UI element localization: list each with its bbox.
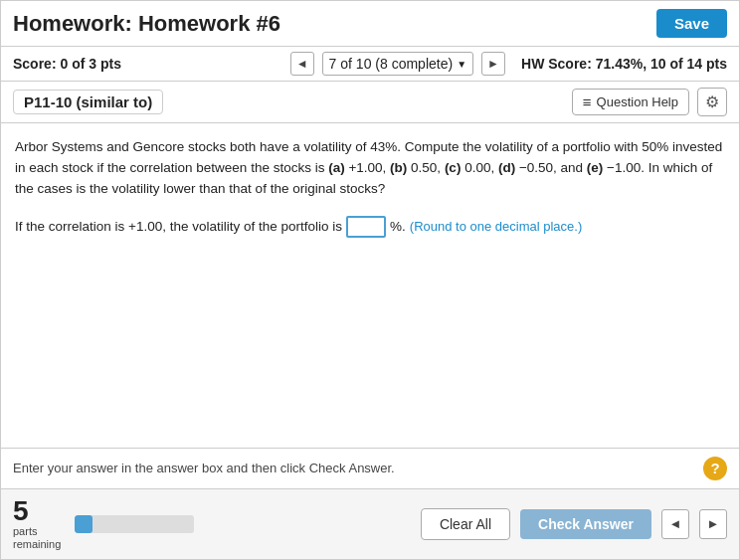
footer-actions: 5 partsremaining Clear All Check Answer … [1, 488, 739, 559]
score-bar: Score: 0 of 3 pts ◄ 7 of 10 (8 complete)… [1, 47, 739, 82]
progress-label[interactable]: 7 of 10 (8 complete) ▼ [322, 52, 473, 76]
help-circle-button[interactable]: ? [703, 457, 727, 480]
progress-bar-container [75, 515, 194, 533]
answer-suffix: %. [390, 219, 406, 234]
answer-line: If the correlation is +1.00, the volatil… [15, 216, 725, 238]
question-help-label: Question Help [597, 94, 678, 109]
hint-text: Enter your answer in the answer box and … [13, 461, 395, 475]
prev-question-button[interactable]: ◄ [290, 52, 314, 76]
page-title: Homework: Homework #6 [13, 11, 280, 37]
header: Homework: Homework #6 Save [1, 1, 739, 47]
next-arrow-icon: ► [487, 57, 499, 71]
round-note: (Round to one decimal place.) [410, 219, 582, 234]
prev-arrow-icon: ◄ [296, 57, 308, 71]
question-id: P11-10 (similar to) [13, 90, 163, 114]
save-button[interactable]: Save [656, 9, 727, 38]
settings-button[interactable]: ⚙ [697, 88, 727, 116]
dropdown-arrow-icon: ▼ [457, 59, 466, 70]
clear-all-button[interactable]: Clear All [421, 508, 510, 540]
check-answer-button[interactable]: Check Answer [520, 509, 651, 539]
footer-prev-icon: ◄ [669, 516, 682, 531]
help-icon: ? [710, 460, 719, 476]
parts-remaining: 5 partsremaining [13, 497, 61, 551]
progress-bar-fill [75, 515, 92, 533]
footer-prev-button[interactable]: ◄ [661, 509, 689, 539]
answer-input[interactable] [346, 216, 386, 238]
answer-line-prefix: If the correlation is +1.00, the volatil… [15, 219, 342, 234]
hw-score-text: HW Score: 71.43%, 10 of 14 pts [521, 56, 727, 72]
list-icon: ≡ [583, 93, 592, 110]
footer-next-icon: ► [707, 516, 720, 531]
question-bar: P11-10 (similar to) ≡ Question Help ⚙ [1, 82, 739, 123]
parts-number: 5 [13, 497, 29, 525]
parts-label: partsremaining [13, 525, 61, 551]
footer-hint: Enter your answer in the answer box and … [1, 448, 739, 488]
question-help-button[interactable]: ≡ Question Help [572, 89, 689, 115]
next-question-button[interactable]: ► [481, 52, 505, 76]
problem-description: Arbor Systems and Gencore stocks both ha… [15, 137, 725, 200]
footer-next-button[interactable]: ► [699, 509, 727, 539]
progress-text: 7 of 10 (8 complete) [329, 56, 454, 72]
main-container: Homework: Homework #6 Save Score: 0 of 3… [0, 0, 740, 560]
score-text: Score: 0 of 3 pts [13, 56, 282, 72]
content-area: Arbor Systems and Gencore stocks both ha… [1, 123, 739, 448]
